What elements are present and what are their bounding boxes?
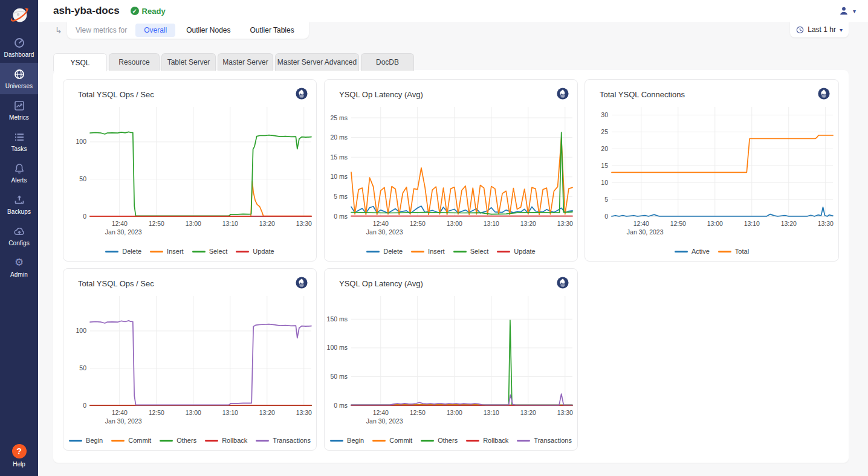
prometheus-icon[interactable]	[557, 88, 569, 100]
legend-swatch	[466, 440, 479, 442]
header: ash-yba-docs ✓ Ready ▾	[38, 0, 868, 22]
metrics-scope-bar: View metrics for Overall Outlier Nodes O…	[67, 22, 309, 39]
time-range-selector[interactable]: Last 1 hr ▾	[790, 22, 849, 37]
legend-label: Insert	[428, 248, 445, 255]
line-chart[interactable]: 0 ms5 ms10 ms15 ms20 ms25 ms12:4012:5013…	[325, 104, 578, 239]
svg-text:13:30: 13:30	[296, 220, 312, 227]
chart-card-total-ysql-connections: Total YSQL Connections 05101520253012:40…	[585, 79, 839, 262]
sidebar-item-help[interactable]: ? Help	[0, 444, 38, 468]
sidebar-item-label: Configs	[8, 240, 30, 246]
line-chart[interactable]: 05010012:4012:5013:0013:1013:2013:30Jan …	[63, 293, 317, 428]
sidebar-item-tasks[interactable]: Tasks	[0, 126, 38, 157]
tab-master-server[interactable]: Master Server	[218, 53, 273, 71]
prometheus-icon[interactable]	[296, 277, 308, 289]
svg-text:Jan 30, 2023: Jan 30, 2023	[366, 417, 403, 425]
legend-swatch	[150, 251, 163, 252]
line-chart[interactable]: 05010012:4012:5013:0013:1013:2013:30Jan …	[63, 104, 317, 239]
tab-tablet-server[interactable]: Tablet Server	[161, 53, 216, 71]
status-badge: ✓ Ready	[131, 7, 166, 16]
svg-text:13:30: 13:30	[296, 409, 312, 416]
legend-item-active[interactable]: Active	[675, 248, 710, 255]
yugabyte-logo[interactable]	[0, 0, 38, 31]
legend-item-transactions[interactable]: Transactions	[517, 437, 572, 444]
sidebar-item-admin[interactable]: ⚙ Admin	[0, 251, 38, 283]
legend-label: Update	[514, 248, 535, 255]
svg-text:10 ms: 10 ms	[330, 173, 348, 180]
prometheus-icon[interactable]	[818, 88, 830, 100]
svg-text:50 ms: 50 ms	[330, 373, 348, 380]
legend-item-delete[interactable]: Delete	[366, 248, 403, 255]
svg-text:13:20: 13:20	[781, 220, 797, 227]
chart-title: YSQL Op Latency (Avg)	[339, 279, 423, 288]
legend-item-select[interactable]: Select	[192, 248, 228, 255]
legend-swatch	[236, 251, 249, 252]
svg-text:12:40: 12:40	[373, 220, 389, 227]
legend-item-insert[interactable]: Insert	[150, 248, 184, 255]
tab-docdb[interactable]: DocDB	[361, 53, 414, 71]
legend-label: Begin	[86, 437, 103, 444]
chart-card-ysql-op-latency: YSQL Op Latency (Avg) 0 ms5 ms10 ms15 ms…	[324, 79, 578, 262]
legend-item-total[interactable]: Total	[718, 248, 749, 255]
chart-title: YSQL Op Latency (Avg)	[339, 90, 423, 99]
chart-title: Total YSQL Connections	[600, 90, 685, 99]
legend-item-commit[interactable]: Commit	[372, 437, 412, 444]
legend-item-insert[interactable]: Insert	[411, 248, 445, 255]
legend-swatch	[105, 251, 118, 252]
user-menu[interactable]: ▾	[838, 5, 856, 16]
sidebar-item-alerts[interactable]: Alerts	[0, 157, 38, 188]
legend-item-rollback[interactable]: Rollback	[466, 437, 508, 444]
legend-swatch	[411, 251, 424, 252]
svg-text:13:20: 13:20	[259, 220, 275, 227]
legend-label: Transactions	[534, 437, 572, 444]
scope-tab-outlier-nodes[interactable]: Outlier Nodes	[178, 24, 239, 37]
tab-ysql[interactable]: YSQL	[53, 53, 107, 71]
legend-item-begin[interactable]: Begin	[69, 437, 103, 444]
sidebar-item-dashboard[interactable]: Dashboard	[0, 31, 38, 63]
legend-label: Transactions	[273, 437, 311, 444]
legend-item-update[interactable]: Update	[497, 248, 535, 255]
scope-tab-overall[interactable]: Overall	[135, 24, 175, 37]
svg-text:13:00: 13:00	[447, 409, 462, 416]
legend-swatch	[205, 440, 218, 442]
svg-text:50: 50	[79, 175, 86, 182]
legend-swatch	[192, 251, 206, 252]
legend-item-update[interactable]: Update	[236, 248, 274, 255]
tab-resource[interactable]: Resource	[109, 53, 160, 71]
legend-item-transactions[interactable]: Transactions	[256, 437, 311, 444]
chevron-down-icon: ▾	[853, 8, 856, 14]
svg-text:13:00: 13:00	[707, 220, 723, 227]
legend-item-commit[interactable]: Commit	[111, 437, 151, 444]
legend-swatch	[69, 440, 82, 442]
svg-text:20: 20	[601, 145, 608, 152]
legend-label: Delete	[383, 248, 403, 255]
legend-swatch	[160, 440, 173, 442]
sidebar-item-universes[interactable]: Universes	[0, 63, 38, 94]
legend-item-select[interactable]: Select	[453, 248, 489, 255]
line-chart[interactable]: 05101520253012:4012:5013:0013:1013:2013:…	[585, 104, 839, 239]
sidebar-item-backups[interactable]: Backups	[0, 188, 38, 220]
svg-text:12:40: 12:40	[112, 409, 128, 416]
legend-item-others[interactable]: Others	[160, 437, 196, 444]
universes-icon	[13, 68, 25, 80]
scope-tab-outlier-tables[interactable]: Outlier Tables	[242, 24, 303, 37]
tab-master-server-advanced[interactable]: Master Server Advanced	[275, 53, 359, 71]
user-icon	[838, 5, 849, 16]
svg-text:12:50: 12:50	[149, 409, 164, 416]
prometheus-icon[interactable]	[296, 88, 308, 100]
time-range-label: Last 1 hr	[808, 25, 836, 34]
sidebar-item-configs[interactable]: Configs	[0, 220, 38, 251]
legend-item-rollback[interactable]: Rollback	[205, 437, 247, 444]
legend-swatch	[718, 251, 731, 252]
chart-card-ysql-txn-latency: YSQL Op Latency (Avg) 0 ms50 ms100 ms150…	[324, 268, 578, 451]
metric-module-tabs: YSQL Resource Tablet Server Master Serve…	[53, 53, 414, 71]
legend-item-others[interactable]: Others	[421, 437, 458, 444]
legend-item-begin[interactable]: Begin	[330, 437, 364, 444]
line-chart[interactable]: 0 ms50 ms100 ms150 ms12:4012:5013:0013:1…	[325, 293, 578, 428]
prometheus-icon[interactable]	[557, 277, 569, 289]
charts-panel: Total YSQL Ops / Sec 05010012:4012:5013:…	[53, 70, 849, 463]
sidebar-item-metrics[interactable]: Metrics	[0, 94, 38, 126]
svg-text:5: 5	[604, 196, 608, 203]
legend-item-delete[interactable]: Delete	[105, 248, 141, 255]
legend-swatch	[421, 440, 434, 442]
svg-text:13:10: 13:10	[222, 220, 238, 227]
